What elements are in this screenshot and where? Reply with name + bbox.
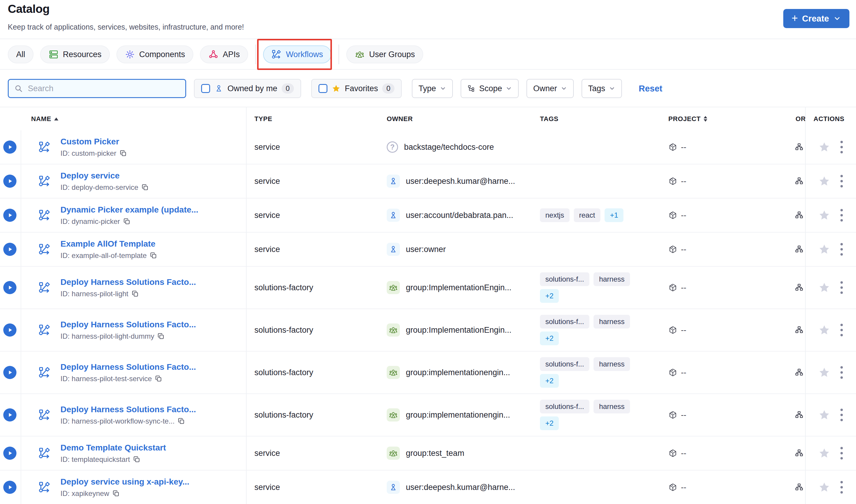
favorite-star-button[interactable] [818, 409, 830, 421]
execute-workflow-button[interactable] [3, 408, 16, 421]
search-box[interactable] [8, 79, 186, 98]
copy-icon[interactable] [119, 149, 127, 157]
favorite-star-button[interactable] [818, 481, 830, 493]
row-menu-button[interactable] [839, 480, 844, 495]
catalog-table: NAME TYPE OWNER TAGS PROJECT OR ACTIONS [0, 107, 856, 504]
entity-name-link[interactable]: Demo Template Quickstart [61, 443, 166, 452]
entity-name-link[interactable]: Deploy service [61, 171, 120, 180]
column-header-name[interactable]: NAME [21, 115, 246, 123]
create-button[interactable]: + Create [783, 9, 850, 28]
org-hierarchy-icon[interactable] [795, 326, 804, 335]
row-menu-button[interactable] [839, 323, 844, 338]
entity-type: solutions-factory [246, 326, 386, 335]
tab-all[interactable]: All [8, 46, 34, 64]
execute-workflow-button[interactable] [3, 281, 16, 294]
tag-chip: nextjs [540, 208, 569, 222]
execute-workflow-button[interactable] [3, 243, 16, 256]
checkbox[interactable] [319, 84, 327, 93]
execute-workflow-button[interactable] [3, 175, 16, 188]
execute-workflow-button[interactable] [3, 323, 16, 337]
entity-name-link[interactable]: Deploy Harness Solutions Facto... [61, 320, 196, 329]
table-row: Deploy Harness Solutions Facto...ID: har… [0, 309, 856, 352]
entity-name-link[interactable]: Example AllOf Template [61, 239, 155, 248]
favorite-star-button[interactable] [818, 243, 830, 255]
filter-dropdown-tags[interactable]: Tags [582, 79, 622, 98]
copy-icon[interactable] [132, 290, 139, 298]
tab-workflows[interactable]: Workflows [263, 46, 331, 64]
filter-dropdown-owner[interactable]: Owner [527, 79, 574, 98]
execute-workflow-button[interactable] [3, 447, 16, 460]
favorite-star-button[interactable] [818, 447, 830, 459]
more-tags-chip[interactable]: +1 [604, 208, 623, 222]
copy-icon[interactable] [150, 252, 157, 259]
tab-label: User Groups [369, 50, 415, 59]
row-menu-button[interactable] [839, 446, 844, 461]
copy-icon[interactable] [157, 332, 165, 340]
org-hierarchy-icon[interactable] [795, 449, 804, 458]
favorite-star-button[interactable] [818, 324, 830, 336]
row-menu-button[interactable] [839, 242, 844, 257]
dropdown-label: Owner [533, 84, 557, 93]
tab-apis[interactable]: APIs [200, 46, 248, 64]
row-menu-button[interactable] [839, 365, 844, 380]
entity-name-link[interactable]: Deploy Harness Solutions Facto... [61, 362, 196, 372]
favorite-star-button[interactable] [818, 209, 830, 221]
org-hierarchy-icon[interactable] [795, 411, 804, 419]
reset-filters-link[interactable]: Reset [639, 84, 662, 93]
more-tags-chip[interactable]: +2 [540, 374, 559, 388]
entity-name-link[interactable]: Deploy service using x-api-key... [61, 477, 189, 486]
project-cube-icon [668, 368, 677, 377]
entity-name-link[interactable]: Deploy Harness Solutions Facto... [61, 405, 196, 414]
copy-icon[interactable] [123, 218, 131, 225]
tab-resources[interactable]: Resources [40, 46, 110, 64]
copy-icon[interactable] [141, 183, 149, 191]
more-tags-chip[interactable]: +2 [540, 416, 559, 430]
row-menu-button[interactable] [839, 208, 844, 223]
org-hierarchy-icon[interactable] [795, 283, 804, 292]
org-hierarchy-icon[interactable] [795, 483, 804, 492]
tab-components[interactable]: Components [116, 46, 193, 64]
page-title: Catalog [8, 2, 50, 16]
entity-name-link[interactable]: Custom Picker [61, 137, 119, 146]
copy-icon[interactable] [112, 490, 120, 497]
org-hierarchy-icon[interactable] [795, 143, 804, 151]
column-header-project[interactable]: PROJECT [666, 115, 790, 123]
favorite-star-button[interactable] [818, 366, 830, 378]
more-tags-chip[interactable]: +2 [540, 289, 559, 303]
copy-icon[interactable] [133, 455, 140, 463]
table-row: Deploy Harness Solutions Facto...ID: har… [0, 352, 856, 394]
search-input[interactable] [27, 84, 180, 93]
favorite-star-button[interactable] [818, 175, 830, 187]
plus-icon: + [792, 13, 798, 24]
execute-workflow-button[interactable] [3, 141, 16, 154]
count-badge: 0 [382, 84, 394, 93]
favorite-star-button[interactable] [818, 141, 830, 153]
org-hierarchy-icon[interactable] [795, 368, 804, 377]
row-menu-button[interactable] [839, 408, 844, 422]
filter-toggle-owned-by-me[interactable]: Owned by me0 [194, 79, 301, 98]
org-hierarchy-icon[interactable] [795, 177, 804, 186]
execute-workflow-button[interactable] [3, 366, 16, 379]
favorite-star-button[interactable] [818, 282, 830, 293]
row-menu-button[interactable] [839, 140, 844, 155]
row-menu-button[interactable] [839, 280, 844, 295]
project-cube-icon [668, 283, 677, 292]
annotated-tab-wrapper: Workflows [263, 46, 331, 64]
more-tags-chip[interactable]: +2 [540, 331, 559, 345]
play-icon [6, 326, 14, 334]
checkbox[interactable] [201, 84, 210, 93]
entity-id: ID: xapikeynew [61, 489, 109, 498]
org-hierarchy-icon[interactable] [795, 245, 804, 254]
entity-name-link[interactable]: Deploy Harness Solutions Facto... [61, 277, 196, 287]
org-hierarchy-icon[interactable] [795, 211, 804, 220]
copy-icon[interactable] [177, 417, 185, 425]
entity-name-link[interactable]: Dynamic Picker example (update... [61, 205, 199, 214]
row-menu-button[interactable] [839, 174, 844, 188]
filter-dropdown-type[interactable]: Type [412, 79, 453, 98]
copy-icon[interactable] [155, 375, 162, 382]
filter-toggle-favorites[interactable]: Favorites0 [311, 79, 402, 98]
execute-workflow-button[interactable] [3, 209, 16, 222]
tab-user-groups[interactable]: User Groups [346, 46, 423, 64]
filter-dropdown-scope[interactable]: Scope [461, 79, 519, 98]
execute-workflow-button[interactable] [3, 481, 16, 494]
